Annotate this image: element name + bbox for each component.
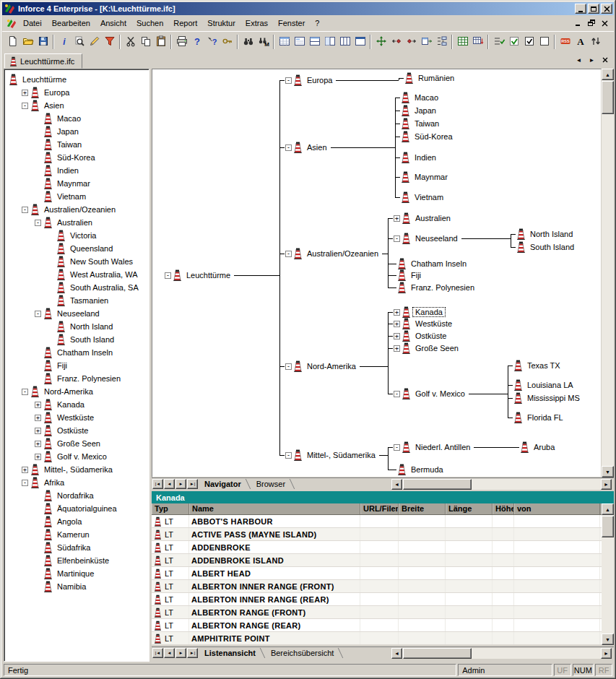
tree-expander[interactable]: +: [22, 90, 28, 96]
diagram-node-niederl[interactable]: - Niederl. Antillen: [394, 441, 472, 454]
minimize-button[interactable]: [575, 4, 586, 14]
menu-datei[interactable]: Datei: [18, 17, 47, 30]
copy-button[interactable]: [138, 34, 153, 50]
list-vertical-scrollbar[interactable]: ▲ ▼: [602, 503, 614, 645]
help-button[interactable]: ?: [189, 34, 204, 50]
checklist-button[interactable]: [491, 34, 506, 50]
scroll-up-button[interactable]: ▲: [602, 69, 614, 80]
diagram-node-australien[interactable]: + Australien: [394, 212, 453, 225]
mdi-minimize-button[interactable]: [573, 18, 584, 28]
node-expander[interactable]: -: [165, 272, 171, 279]
navigator-next-button[interactable]: ►: [175, 479, 186, 489]
checkbox-off-button[interactable]: [537, 34, 552, 50]
tree-item-australien[interactable]: - Australien: [4, 216, 149, 229]
column-header-laenge[interactable]: Länge: [446, 503, 493, 514]
tree-item-sued-korea[interactable]: Süd-Korea: [4, 151, 149, 164]
diagram-node-ostkueste[interactable]: + Ostküste: [394, 329, 448, 342]
column-header-breite[interactable]: Breite: [399, 503, 446, 514]
navigator-last-button[interactable]: ►|: [187, 479, 198, 489]
view-split-vertical-button[interactable]: [322, 34, 337, 50]
list-tab-bereichsuebersicht[interactable]: Bereichsübersicht: [266, 647, 337, 659]
key-button[interactable]: [220, 34, 235, 50]
tree-item-ostkueste[interactable]: + Ostküste: [4, 424, 149, 437]
mdi-restore-button[interactable]: [586, 18, 597, 28]
diagram-node-vietnam[interactable]: Vietnam: [401, 191, 446, 204]
list-last-button[interactable]: ►|: [187, 648, 198, 658]
diagram-node-louisiana[interactable]: Louisiana LA: [513, 379, 576, 392]
scroll-thumb[interactable]: [403, 648, 472, 659]
tree-item-macao[interactable]: Macao: [4, 112, 149, 125]
view-table-button[interactable]: [277, 34, 292, 50]
diagram-node-florida[interactable]: Florida FL: [513, 411, 565, 424]
tree-item-tasmanien[interactable]: Tasmanien: [4, 294, 149, 307]
node-expander[interactable]: -: [285, 452, 292, 459]
diagram-node-root[interactable]: - Leuchttürme: [165, 269, 233, 282]
save-button[interactable]: [35, 34, 51, 50]
list-tab-listenansicht[interactable]: Listenansicht: [199, 647, 259, 659]
diagram-node-mittel[interactable]: - Mittel-, Südamerika: [285, 449, 378, 462]
view-columns-button[interactable]: [337, 34, 352, 50]
maximize-button[interactable]: [588, 4, 599, 14]
diagram-node-suedkorea[interactable]: Süd-Korea: [401, 130, 455, 143]
navigator-prev-button[interactable]: ◄: [164, 479, 175, 489]
node-expander[interactable]: +: [394, 345, 400, 352]
tree-expander[interactable]: +: [35, 454, 41, 460]
menu-extras[interactable]: Extras: [240, 17, 273, 30]
tree-expander[interactable]: -: [35, 311, 41, 317]
tree-item-north-island[interactable]: North Island: [4, 320, 149, 333]
tree-expander[interactable]: +: [35, 441, 41, 447]
view-form-button[interactable]: [292, 34, 307, 50]
list-prev-button[interactable]: ◄: [164, 648, 175, 658]
tree-item-aequatorialguinea[interactable]: Äquatorialguinea: [4, 502, 149, 515]
list-next-button[interactable]: ►: [175, 648, 186, 658]
tree-item-queensland[interactable]: Queensland: [4, 242, 149, 255]
diagram-node-texas[interactable]: Texas TX: [513, 359, 563, 372]
find-button[interactable]: [240, 34, 256, 50]
checkbox-on-button[interactable]: [521, 34, 537, 50]
document-tab[interactable]: Leuchttürme.ifc: [4, 53, 82, 69]
validate-button[interactable]: [506, 34, 521, 50]
tree-item-victoria[interactable]: Victoria: [4, 229, 149, 242]
node-expander[interactable]: -: [285, 77, 292, 84]
scroll-down-button[interactable]: ▼: [602, 633, 614, 645]
diagram-node-macao[interactable]: Macao: [401, 91, 441, 104]
diagram-node-taiwan[interactable]: Taiwan: [401, 117, 441, 130]
diagram-node-franz-poly[interactable]: Franz. Polynesien: [397, 281, 477, 294]
tab-scroll-left-button[interactable]: ◄: [573, 55, 584, 65]
diagram-node-japan[interactable]: Japan: [401, 104, 438, 117]
diagram-vertical-scrollbar[interactable]: ▲ ▼: [602, 69, 614, 477]
tree-expander[interactable]: +: [35, 415, 41, 421]
link-next-button[interactable]: [404, 34, 419, 50]
tree-item-kamerun[interactable]: Kamerun: [4, 528, 149, 541]
tree-expander[interactable]: -: [22, 207, 28, 213]
scroll-left-button[interactable]: ◄: [391, 479, 402, 490]
tree-item-nord-amerika[interactable]: - Nord-Amerika: [4, 385, 149, 398]
column-header-hoehe[interactable]: Höhe: [493, 503, 514, 514]
tree-expander[interactable]: +: [35, 428, 41, 434]
column-header-von[interactable]: von: [514, 503, 600, 514]
grid-button[interactable]: [455, 34, 470, 50]
diagram-node-aruba[interactable]: Aruba: [520, 441, 557, 454]
tree-expander[interactable]: -: [35, 220, 41, 226]
tree-item-westkueste[interactable]: + Westküste: [4, 411, 149, 424]
table-row[interactable]: LTALBERTON RANGE (FRONT): [152, 606, 602, 619]
tree-expander[interactable]: -: [22, 389, 28, 395]
cut-button[interactable]: [123, 34, 138, 50]
scroll-thumb[interactable]: [403, 479, 472, 490]
tree-expander[interactable]: -: [22, 103, 28, 109]
diagram-node-north-island[interactable]: North Island: [516, 228, 575, 241]
grid-sync-button[interactable]: [470, 34, 485, 50]
close-button[interactable]: [601, 4, 612, 14]
diagram-node-maynmar[interactable]: Maynmar: [401, 170, 450, 183]
node-expander[interactable]: +: [394, 215, 400, 222]
info-button[interactable]: i: [56, 34, 71, 50]
node-expander[interactable]: -: [285, 144, 292, 151]
tree-item-vietnam[interactable]: Vietnam: [4, 190, 149, 203]
link-previous-button[interactable]: [389, 34, 404, 50]
diagram-node-westkueste[interactable]: + Westküste: [394, 317, 454, 330]
diagram-node-grosse-seen[interactable]: + Große Seen: [394, 342, 461, 355]
tree-item-mittel-suedamerika[interactable]: + Mittel-, Südamerika: [4, 463, 149, 476]
tree-item-asien[interactable]: - Asien: [4, 99, 149, 112]
tree-item-indien[interactable]: Indien: [4, 164, 149, 177]
scroll-thumb[interactable]: [602, 516, 614, 537]
